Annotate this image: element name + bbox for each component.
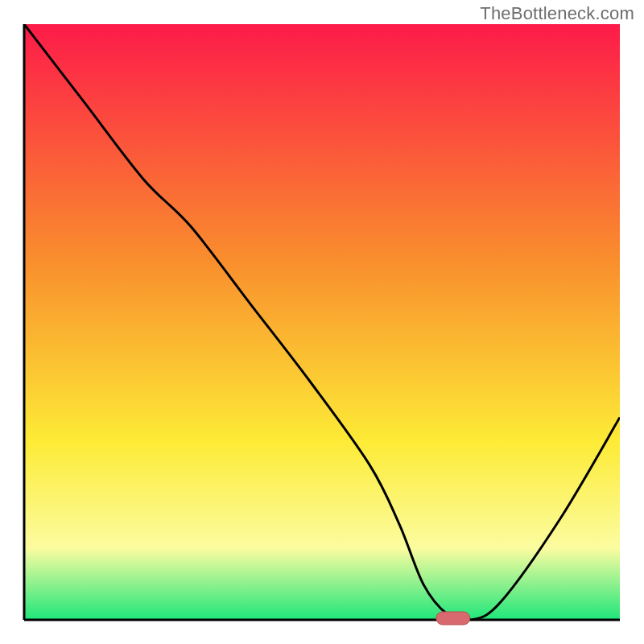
chart-container: { "watermark": "TheBottleneck.com", "col… bbox=[0, 0, 644, 644]
optimal-marker bbox=[436, 612, 470, 625]
chart-svg bbox=[0, 0, 644, 644]
watermark-text: TheBottleneck.com bbox=[480, 3, 634, 24]
gradient-background bbox=[24, 24, 620, 620]
